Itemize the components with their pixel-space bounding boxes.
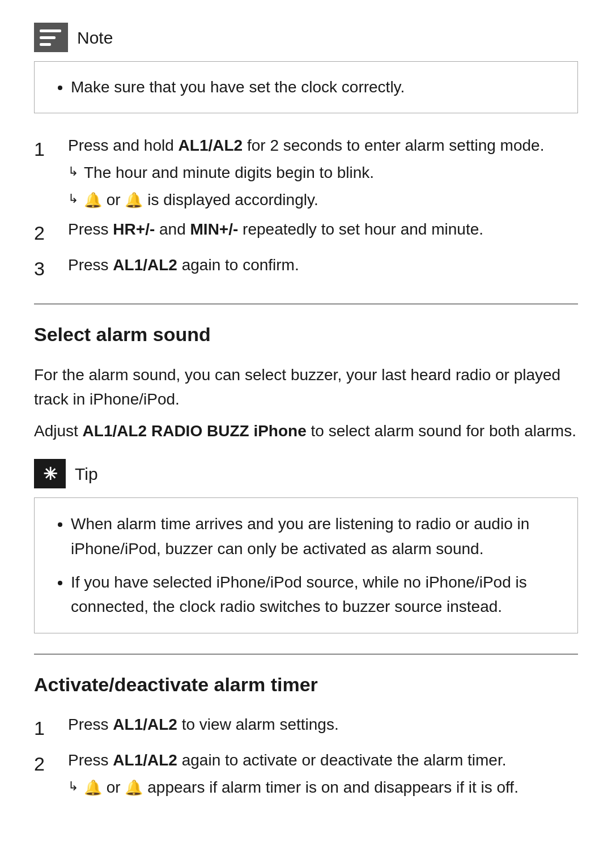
sub2-or: or bbox=[102, 191, 125, 209]
step-2-content: Press HR+/- and MIN+/- repeatedly to set… bbox=[68, 218, 578, 241]
activate-sub-text: 🔔 or 🔔 appears if alarm timer is on and … bbox=[84, 776, 518, 799]
tip-item-1: When alarm time arrives and you are list… bbox=[71, 512, 557, 561]
step-1-text-before: Press and hold bbox=[68, 137, 178, 154]
para2-before: Adjust bbox=[34, 422, 83, 440]
note-list: Make sure that you have set the clock co… bbox=[55, 75, 557, 99]
step-3-content: Press AL1/AL2 again to confirm. bbox=[68, 253, 578, 277]
step-1-sub1-text: The hour and minute digits begin to blin… bbox=[84, 161, 374, 185]
activate-step-1-content: Press AL1/AL2 to view alarm settings. bbox=[68, 713, 578, 737]
arrow-3: ↳ bbox=[68, 777, 78, 795]
step-3-bold1: AL1/AL2 bbox=[113, 256, 177, 274]
step-1-sub2-text: 🔔 or 🔔 is displayed accordingly. bbox=[84, 188, 318, 212]
note-icon-line2 bbox=[40, 36, 56, 39]
activate-step-2-sub: ↳ 🔔 or 🔔 appears if alarm timer is on an… bbox=[68, 776, 578, 799]
tip-label: Tip bbox=[75, 461, 98, 487]
activate-step-2-content: Press AL1/AL2 again to activate or deact… bbox=[68, 748, 578, 799]
tip-icon: ✳ bbox=[34, 459, 66, 488]
act-step2-after: again to activate or deactivate the alar… bbox=[177, 751, 507, 769]
alarm-set-steps: 1 Press and hold AL1/AL2 for 2 seconds t… bbox=[34, 134, 578, 283]
note-icon-line3 bbox=[40, 43, 51, 46]
note-header: Note bbox=[34, 23, 578, 52]
step-1-row: 1 Press and hold AL1/AL2 for 2 seconds t… bbox=[34, 134, 578, 212]
step-1-text-after: for 2 seconds to enter alarm setting mod… bbox=[243, 137, 544, 154]
tip-box: When alarm time arrives and you are list… bbox=[34, 497, 578, 633]
step-3-row: 3 Press AL1/AL2 again to confirm. bbox=[34, 253, 578, 283]
activate-title: Activate/deactivate alarm timer bbox=[34, 670, 578, 699]
bell-icon-filled: 🔔 bbox=[84, 192, 102, 209]
step-1-number: 1 bbox=[34, 134, 68, 164]
select-alarm-title: Select alarm sound bbox=[34, 320, 578, 349]
para2-bold: AL1/AL2 RADIO BUZZ iPhone bbox=[83, 422, 307, 440]
act-step1-before: Press bbox=[68, 716, 113, 733]
step-1-bold1: AL1/AL2 bbox=[178, 137, 243, 154]
sub2-suffix: is displayed accordingly. bbox=[143, 191, 318, 209]
para2-after: to select alarm sound for both alarms. bbox=[307, 422, 576, 440]
step-2-text-mid: and bbox=[155, 220, 190, 238]
divider-1 bbox=[34, 304, 578, 304]
step-2-text-after: repeatedly to set hour and minute. bbox=[238, 220, 483, 238]
activate-step-2-number: 2 bbox=[34, 748, 68, 778]
step-3-number: 3 bbox=[34, 253, 68, 283]
act-suffix: appears if alarm timer is on and disappe… bbox=[143, 778, 518, 796]
step-2-text-before: Press bbox=[68, 220, 113, 238]
step-3-text-before: Press bbox=[68, 256, 113, 274]
bell-icon-act-filled: 🔔 bbox=[84, 779, 102, 796]
act-or: or bbox=[102, 778, 125, 796]
tip-list: When alarm time arrives and you are list… bbox=[55, 512, 557, 619]
note-item-1: Make sure that you have set the clock co… bbox=[71, 75, 557, 99]
select-alarm-sound-section: Select alarm sound For the alarm sound, … bbox=[34, 320, 578, 443]
activate-step-1-number: 1 bbox=[34, 713, 68, 743]
select-alarm-para2: Adjust AL1/AL2 RADIO BUZZ iPhone to sele… bbox=[34, 419, 578, 443]
step-2-bold1: HR+/- bbox=[113, 220, 155, 238]
step-1-content: Press and hold AL1/AL2 for 2 seconds to … bbox=[68, 134, 578, 212]
tip-header: ✳ Tip bbox=[34, 459, 578, 488]
divider-2 bbox=[34, 654, 578, 654]
activate-step-2-row: 2 Press AL1/AL2 again to activate or dea… bbox=[34, 748, 578, 799]
act-step2-bold1: AL1/AL2 bbox=[113, 751, 177, 769]
activate-section: Activate/deactivate alarm timer 1 Press … bbox=[34, 670, 578, 799]
select-alarm-para1: For the alarm sound, you can select buzz… bbox=[34, 363, 578, 412]
arrow-2: ↳ bbox=[68, 189, 78, 208]
act-step1-bold1: AL1/AL2 bbox=[113, 716, 177, 733]
step-1-sub2: ↳ 🔔 or 🔔 is displayed accordingly. bbox=[68, 188, 578, 212]
bell-icon-act-outline: 🔔 bbox=[125, 779, 143, 796]
activate-step-1-row: 1 Press AL1/AL2 to view alarm settings. bbox=[34, 713, 578, 743]
note-label: Note bbox=[77, 25, 113, 50]
note-box: Make sure that you have set the clock co… bbox=[34, 61, 578, 113]
act-step2-before: Press bbox=[68, 751, 113, 769]
step-1-sub1: ↳ The hour and minute digits begin to bl… bbox=[68, 161, 578, 185]
step-2-bold2: MIN+/- bbox=[190, 220, 239, 238]
note-icon-line1 bbox=[40, 29, 61, 32]
step-2-number: 2 bbox=[34, 218, 68, 248]
arrow-1: ↳ bbox=[68, 162, 78, 181]
step-2-row: 2 Press HR+/- and MIN+/- repeatedly to s… bbox=[34, 218, 578, 248]
act-step1-after: to view alarm settings. bbox=[177, 716, 339, 733]
bell-icon-outline: 🔔 bbox=[125, 192, 143, 209]
note-icon bbox=[34, 23, 68, 52]
tip-item-2: If you have selected iPhone/iPod source,… bbox=[71, 570, 557, 619]
step-3-text-after: again to confirm. bbox=[177, 256, 299, 274]
